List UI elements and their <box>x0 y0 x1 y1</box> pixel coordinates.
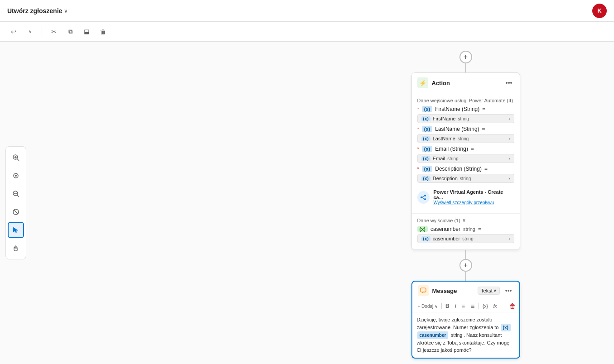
page-title: Utwórz zgłoszenie <box>7 7 62 14</box>
lastname-field-row: * (x) LastName (String) = <box>417 126 514 132</box>
zoom-out-button[interactable] <box>8 186 24 202</box>
delete-button[interactable]: 🗑 <box>97 25 109 38</box>
svg-point-12 <box>421 196 422 198</box>
message-type-label: Tekst <box>481 288 493 293</box>
ol-button[interactable]: ≣ <box>469 302 477 310</box>
output-header[interactable]: Dane wyjściowe (1) ∨ <box>417 217 514 223</box>
toolbar-divider-1 <box>42 27 42 36</box>
action-card: ⚡ Action ••• Dane wejściowe usługi Power… <box>411 72 520 250</box>
avatar: K <box>592 4 607 18</box>
output-casenumber-label: casenumber <box>430 226 460 232</box>
canvas: + ⚡ Action ••• Dane wejściowe usługi Pow… <box>0 42 614 364</box>
required-star-3: * <box>417 146 419 152</box>
paste-button[interactable]: ⬓ <box>80 25 93 38</box>
chevron-down-icon[interactable]: ∨ <box>64 8 68 14</box>
message-body: Dziękuję, twoje zgłoszenie zostało zarej… <box>412 312 519 358</box>
message-delete-button[interactable]: 🗑 <box>509 302 516 310</box>
required-star-1: * <box>417 106 419 112</box>
svg-point-14 <box>424 198 426 200</box>
center-view-button[interactable] <box>8 168 24 184</box>
message-type-badge[interactable]: Tekst ∨ <box>478 287 500 295</box>
cut-button[interactable]: ✂ <box>48 25 60 38</box>
output-chevron-icon: ∨ <box>462 217 466 223</box>
output-field-row: (x) casenumber string = <box>417 226 514 232</box>
connector-bottom <box>465 272 466 281</box>
action-card-menu-button[interactable]: ••• <box>504 78 514 87</box>
lastname-tag: (x) <box>422 126 432 132</box>
variable-button[interactable]: {x} <box>481 303 490 310</box>
cursor-tool-button[interactable] <box>8 222 24 238</box>
undo-dropdown-button[interactable]: ∨ <box>24 25 36 38</box>
toolbar-divider-msg-1 <box>441 303 442 309</box>
lastname-value-pill[interactable]: (x) LastName string › <box>417 134 514 143</box>
firstname-label: FirstName (String) <box>435 106 479 112</box>
header-left: Utwórz zgłoszenie ∨ <box>7 7 68 14</box>
inline-casenumber-tag: casenumber <box>417 331 449 339</box>
top-add-button[interactable]: + <box>459 51 472 63</box>
flow-link-icon <box>417 191 430 204</box>
flow-link-subtitle[interactable]: Wyświetl szczegóły przepływu <box>433 200 514 205</box>
description-tag: (x) <box>422 166 432 172</box>
equals-2: = <box>482 126 485 132</box>
lastname-label: LastName (String) <box>435 126 479 132</box>
firstname-tag: (x) <box>422 106 432 112</box>
email-label: Email (String) <box>435 146 468 152</box>
output-label: Dane wyjściowe (1) <box>417 218 460 223</box>
message-card-menu-button[interactable]: ••• <box>503 286 514 295</box>
description-label: Description (String) <box>435 166 482 172</box>
flow-link-title: Power Virtual Agents - Create ca... <box>433 189 514 200</box>
svg-marker-11 <box>13 227 18 233</box>
firstname-value-pill[interactable]: (x) FirstName string › <box>417 114 514 123</box>
svg-point-13 <box>424 195 426 196</box>
message-card: Message Tekst ∨ ••• + Dodaj ∨ B I ≡ ≣ <box>411 281 520 359</box>
copy-button[interactable]: ⧉ <box>64 25 77 38</box>
hand-tool-button[interactable] <box>8 240 24 256</box>
toolbar-divider-msg-2 <box>479 303 479 309</box>
left-tools-panel <box>5 146 26 259</box>
message-icon <box>418 285 429 296</box>
svg-rect-17 <box>421 288 426 292</box>
email-tag: (x) <box>422 146 432 152</box>
connector-middle <box>465 250 466 259</box>
svg-point-5 <box>15 175 17 177</box>
inline-type-text: string <box>451 333 462 338</box>
svg-line-1 <box>17 159 19 161</box>
ul-button[interactable]: ≡ <box>460 302 467 310</box>
italic-button[interactable]: I <box>453 302 458 310</box>
inputs-section-label: Dane wejściowe usługi Power Automate (4) <box>417 98 514 103</box>
firstname-field-row: * (x) FirstName (String) = <box>417 106 514 112</box>
action-card-title: Action <box>432 80 500 86</box>
message-text-1: Dziękuję, twoje zgłoszenie zostało zarej… <box>417 317 499 330</box>
equals-1: = <box>482 106 485 112</box>
flow-area: + ⚡ Action ••• Dane wejściowe usługi Pow… <box>317 42 614 364</box>
required-star-4: * <box>417 166 419 172</box>
action-card-header: ⚡ Action ••• <box>412 73 520 93</box>
email-value-pill[interactable]: (x) Email string › <box>417 154 514 163</box>
bold-button[interactable]: B <box>444 302 451 310</box>
type-chevron-icon: ∨ <box>493 288 497 293</box>
svg-line-15 <box>422 196 424 197</box>
inline-tag-x: (x) <box>501 324 511 331</box>
description-value-pill[interactable]: (x) Description string › <box>417 174 514 183</box>
fx-button[interactable]: fx <box>492 303 499 310</box>
add-content-button[interactable]: + Dodaj ∨ <box>416 303 440 310</box>
undo-button[interactable]: ↩ <box>7 25 20 38</box>
output-tag: (x) <box>417 226 428 232</box>
middle-add-button[interactable]: + <box>459 259 472 272</box>
flow-link-row: Power Virtual Agents - Create ca... Wyśw… <box>417 186 514 209</box>
output-equals: = <box>478 226 481 232</box>
svg-line-16 <box>422 197 424 199</box>
message-card-title: Message <box>432 287 474 294</box>
output-value-pill[interactable]: (x) casenumber string › <box>417 234 514 243</box>
email-field-row: * (x) Email (String) = <box>417 146 514 152</box>
action-icon: ⚡ <box>417 77 428 88</box>
output-type-label: string <box>463 226 475 232</box>
connector-top <box>465 63 466 72</box>
svg-line-10 <box>14 210 18 214</box>
toolbar: ↩ ∨ ✂ ⧉ ⬓ 🗑 <box>0 22 614 42</box>
message-toolbar: + Dodaj ∨ B I ≡ ≣ {x} fx 🗑 <box>412 300 519 312</box>
zoom-in-button[interactable] <box>8 149 24 166</box>
action-card-body: Dane wejściowe usługi Power Automate (4)… <box>412 93 520 213</box>
header: Utwórz zgłoszenie ∨ K <box>0 0 614 22</box>
no-tool-button[interactable] <box>8 204 24 220</box>
